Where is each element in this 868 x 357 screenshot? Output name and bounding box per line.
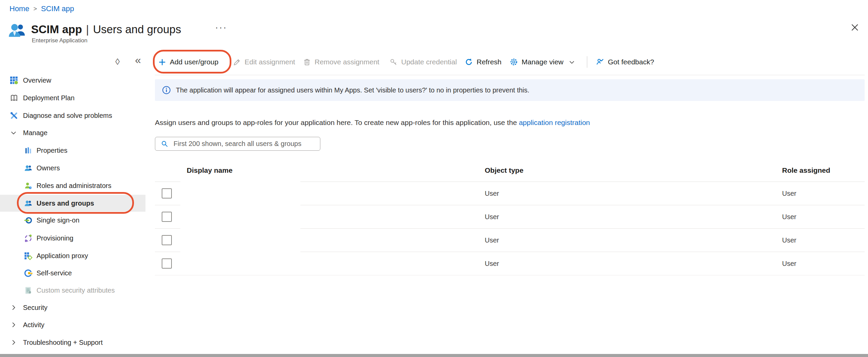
app-logo-people-icon [7, 21, 26, 40]
toolbar-button-label: Manage view [522, 58, 564, 66]
sidebar-item-label: Single sign-on [37, 216, 79, 224]
page-name: Users and groups [93, 23, 181, 36]
self-service-key-icon [24, 269, 32, 277]
sidebar-item-label: Roles and administrators [37, 182, 111, 190]
horizontal-scrollbar[interactable] [0, 354, 868, 357]
sidebar-group-activity[interactable]: Activity [0, 316, 145, 333]
search-input[interactable] [174, 140, 320, 148]
info-banner: The application will appear for assigned… [155, 79, 865, 101]
sidebar-item-deployment-plan[interactable]: Deployment Plan [0, 89, 145, 106]
sidebar-item-provisioning[interactable]: Provisioning [0, 230, 145, 247]
sidebar-group-label: Activity [23, 321, 44, 329]
sidebar-resize-handle[interactable]: ◊ [115, 57, 120, 67]
sidebar-item-diagnose[interactable]: Diagnose and solve problems [0, 107, 145, 124]
gear-icon [510, 58, 518, 66]
info-banner-text: The application will appear for assigned… [176, 86, 529, 94]
sidebar-item-roles-administrators[interactable]: Roles and administrators [0, 177, 145, 194]
sidebar-item-properties[interactable]: Properties [0, 142, 145, 159]
search-box [155, 137, 320, 151]
cell-object-type: User [485, 182, 499, 205]
provisioning-icon [24, 234, 32, 243]
info-icon [162, 86, 171, 94]
toolbar-rule [155, 75, 865, 75]
document-attributes-icon [24, 286, 32, 295]
plus-icon [158, 58, 166, 66]
cell-role-assigned: User [782, 229, 796, 252]
sidebar-item-label: Self-service [37, 269, 72, 277]
toolbar-button-label: Refresh [477, 58, 502, 66]
sidebar-item-owners[interactable]: Owners [0, 160, 145, 176]
sidebar-item-custom-security-attributes[interactable]: Custom security attributes [0, 282, 145, 299]
application-registration-link[interactable]: application registration [519, 119, 590, 126]
sidebar-item-label: Application proxy [37, 252, 88, 260]
column-header-role-assigned[interactable]: Role assigned [782, 166, 830, 174]
sidebar-item-users-and-groups[interactable]: Users and groups [0, 195, 145, 212]
breadcrumb: Home > SCIM app [9, 4, 74, 13]
sidebar-item-label: Owners [37, 164, 60, 172]
column-header-display-name[interactable]: Display name [187, 166, 232, 174]
sidebar-group-troubleshooting-support[interactable]: Troubleshooting + Support [0, 334, 145, 351]
breadcrumb-scim-app-link[interactable]: SCIM app [41, 4, 74, 13]
row-checkbox[interactable] [162, 235, 172, 245]
add-user-group-button[interactable]: Add user/group [158, 51, 219, 73]
toolbar-button-label: Add user/group [170, 58, 219, 66]
manage-view-button[interactable]: Manage view [510, 51, 575, 73]
page-title: SCIM app | Users and groups [31, 23, 181, 36]
people-icon [24, 199, 32, 208]
title-separator: | [86, 23, 89, 36]
cell-role-assigned: User [782, 252, 796, 275]
pencil-icon [233, 58, 241, 66]
more-options-icon[interactable]: ··· [215, 22, 227, 33]
table-row[interactable] [155, 229, 865, 252]
chevron-right-icon [10, 320, 17, 329]
sidebar-group-manage[interactable]: Manage [0, 124, 145, 141]
chevron-right-icon [10, 303, 17, 312]
edit-assignment-button[interactable]: Edit assignment [233, 51, 295, 73]
row-checkbox[interactable] [162, 188, 172, 198]
sidebar-item-single-sign-on[interactable]: Single sign-on [0, 212, 145, 229]
sidebar-group-label: Security [23, 304, 47, 312]
chevron-right-icon [10, 338, 17, 347]
sidebar-item-label: Provisioning [37, 234, 73, 242]
sidebar-group-security[interactable]: Security [0, 299, 145, 316]
people-icon [24, 164, 32, 172]
toolbar-divider [587, 56, 587, 68]
app-proxy-icon [24, 251, 32, 260]
azure-portal-page: { "breadcrumb": { "separator": ">", "ite… [0, 0, 868, 357]
toolbar-button-label: Remove assignment [315, 58, 379, 66]
row-checkbox[interactable] [162, 212, 172, 222]
table-row[interactable] [155, 205, 865, 229]
update-credential-button[interactable]: Update credential [390, 51, 457, 73]
feedback-icon [596, 58, 604, 66]
got-feedback-button[interactable]: Got feedback? [596, 51, 654, 73]
sidebar-item-label: Overview [23, 77, 51, 84]
table-row[interactable] [155, 252, 865, 275]
row-checkbox[interactable] [162, 258, 172, 269]
sidebar-item-label: Properties [37, 147, 67, 154]
cell-object-type: User [485, 252, 499, 275]
key-icon [390, 58, 397, 66]
refresh-button[interactable]: Refresh [465, 51, 502, 73]
row-divider [155, 275, 865, 275]
sidebar-item-self-service[interactable]: Self-service [0, 265, 145, 281]
breadcrumb-separator: > [33, 5, 37, 13]
toolbar-button-label: Got feedback? [608, 58, 654, 66]
cell-role-assigned: User [782, 182, 796, 205]
sidebar-item-label: Deployment Plan [23, 94, 74, 102]
close-icon[interactable] [849, 22, 861, 33]
sidebar-item-application-proxy[interactable]: Application proxy [0, 247, 145, 264]
book-icon [9, 93, 18, 102]
sidebar-item-overview[interactable]: Overview [0, 72, 145, 89]
trash-icon [303, 58, 311, 66]
remove-assignment-button[interactable]: Remove assignment [303, 51, 379, 73]
sidebar-group-label: Manage [23, 129, 47, 137]
chevron-down-icon [10, 128, 17, 137]
tools-icon [9, 111, 18, 120]
breadcrumb-home-link[interactable]: Home [9, 4, 29, 13]
sidebar-item-label: Diagnose and solve problems [23, 112, 112, 120]
refresh-icon [465, 58, 473, 66]
column-header-object-type[interactable]: Object type [485, 166, 523, 174]
toolbar-button-label: Edit assignment [245, 58, 295, 66]
table-row[interactable] [155, 182, 865, 205]
sidebar-collapse-button[interactable]: « [135, 54, 141, 66]
